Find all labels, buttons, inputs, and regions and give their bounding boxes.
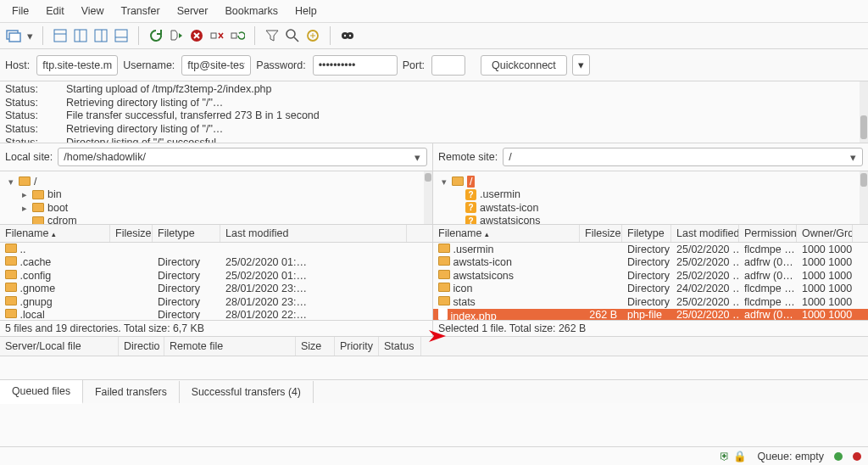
remote-path-combo[interactable]: / xyxy=(503,148,863,166)
table-row[interactable]: awstats-iconDirectory25/02/2020 …adfrw (… xyxy=(433,256,868,270)
local-pane: Local site: /home/shadowlik/ ▾/▸bin▸boot… xyxy=(0,143,433,336)
col-permission[interactable]: Permission xyxy=(739,225,797,242)
table-row[interactable]: .. xyxy=(0,243,432,256)
site-manager-icon[interactable] xyxy=(5,27,22,44)
queue-head: Server/Local fileDirectioRemote fileSize… xyxy=(0,337,868,356)
tree-row[interactable]: ?awstatsicons xyxy=(440,215,863,225)
col-filename[interactable]: Filename xyxy=(0,225,110,242)
menu-edit[interactable]: Edit xyxy=(37,2,73,20)
search-icon[interactable] xyxy=(284,27,301,44)
log-line: Status:Directory listing of "/" successf… xyxy=(5,137,863,144)
quickconnect-dropdown[interactable]: ▾ xyxy=(572,54,590,76)
queue-col[interactable]: Size xyxy=(296,337,335,356)
tree-row[interactable]: ?.usermin xyxy=(440,188,863,202)
col-filename[interactable]: Filename xyxy=(433,225,580,242)
local-tree-scrollbar[interactable] xyxy=(424,171,432,224)
menu-view[interactable]: View xyxy=(73,2,113,20)
queue-tabs: Queued filesFailed transfersSuccessful t… xyxy=(0,379,868,403)
col-last-modified[interactable]: Last modified xyxy=(671,225,739,242)
queue-col[interactable]: Directio xyxy=(119,337,164,356)
table-row[interactable]: .userminDirectory25/02/2020 …flcdmpe …10… xyxy=(433,243,868,256)
refresh-icon[interactable] xyxy=(147,27,164,44)
col-last-modified[interactable]: Last modified xyxy=(220,225,407,242)
svg-line-16 xyxy=(294,37,298,42)
port-label: Port: xyxy=(403,59,426,71)
remote-pane: Remote site: / ▾/?.usermin?awstats-icon?… xyxy=(433,143,868,336)
compare-icon[interactable] xyxy=(304,27,321,44)
toggle-local-tree-icon[interactable] xyxy=(72,27,89,44)
local-path-label: Local site: xyxy=(5,151,53,163)
toggle-queue-icon[interactable] xyxy=(113,27,130,44)
menu-transfer[interactable]: Transfer xyxy=(113,2,169,20)
activity-led-2 xyxy=(853,452,861,461)
table-row[interactable]: iconDirectory24/02/2020 …flcdmpe …1000 1… xyxy=(433,283,868,296)
filter-icon[interactable] xyxy=(264,27,281,44)
host-input[interactable] xyxy=(36,55,118,76)
toggle-remote-tree-icon[interactable] xyxy=(92,27,109,44)
col-filesize[interactable]: Filesize xyxy=(580,225,622,242)
table-row[interactable]: index.php262 Bphp-file25/02/2020 …adfrw … xyxy=(433,309,868,321)
svg-point-15 xyxy=(287,30,295,38)
col-filetype[interactable]: Filetype xyxy=(153,225,220,242)
local-tree[interactable]: ▾/▸bin▸bootcdrom xyxy=(0,171,432,224)
svg-rect-1 xyxy=(9,33,20,42)
user-label: Username: xyxy=(123,59,176,71)
log-line: Status:File transfer successful, transfe… xyxy=(5,109,863,123)
tree-row[interactable]: ▾/ xyxy=(440,175,863,188)
tree-row[interactable]: ▸boot xyxy=(7,201,427,215)
site-manager-dropdown-icon[interactable]: ▾ xyxy=(25,27,34,44)
table-row[interactable]: .localDirectory28/01/2020 22:… xyxy=(0,309,432,321)
tree-row[interactable]: ▾/ xyxy=(7,175,427,188)
svg-rect-4 xyxy=(75,30,86,42)
queue-pane: Server/Local fileDirectioRemote fileSize… xyxy=(0,337,868,403)
menu-bookmarks[interactable]: Bookmarks xyxy=(216,2,287,20)
menu-bar: FileEditViewTransferServerBookmarksHelp xyxy=(0,0,868,23)
cancel-icon[interactable] xyxy=(188,27,205,44)
menu-file[interactable]: File xyxy=(3,2,37,20)
table-row[interactable]: .cacheDirectory25/02/2020 01:… xyxy=(0,256,432,270)
tree-row[interactable]: ▸bin xyxy=(7,188,427,202)
queue-col[interactable]: Server/Local file xyxy=(0,337,119,356)
menu-server[interactable]: Server xyxy=(169,2,217,20)
quickconnect-button[interactable]: Quickconnect xyxy=(481,55,567,76)
tree-row[interactable]: cdrom xyxy=(7,215,427,225)
svg-rect-8 xyxy=(115,30,127,42)
local-file-list[interactable]: FilenameFilesizeFiletypeLast modified ..… xyxy=(0,225,432,320)
table-row[interactable]: awstatsiconsDirectory25/02/2020 …adfrw (… xyxy=(433,269,868,283)
disconnect-icon[interactable] xyxy=(209,27,225,44)
remote-tree[interactable]: ▾/?.usermin?awstats-icon?awstatsicons xyxy=(433,171,868,224)
remote-tree-scrollbar[interactable] xyxy=(860,171,868,224)
tab[interactable]: Queued files xyxy=(0,380,83,404)
log-scrollbar[interactable] xyxy=(860,81,868,143)
menu-help[interactable]: Help xyxy=(287,2,326,20)
queue-col[interactable]: Priority xyxy=(335,337,379,356)
table-row[interactable]: .configDirectory25/02/2020 01:… xyxy=(0,269,432,283)
username-input[interactable] xyxy=(181,55,251,76)
tab[interactable]: Failed transfers xyxy=(83,381,180,403)
table-row[interactable]: .gnupgDirectory28/01/2020 23:… xyxy=(0,295,432,309)
table-row[interactable]: .gnomeDirectory28/01/2020 23:… xyxy=(0,283,432,296)
toolbar: ▾ xyxy=(0,23,868,49)
col-filetype[interactable]: Filetype xyxy=(622,225,671,242)
toggle-log-icon[interactable] xyxy=(52,27,69,44)
queue-col[interactable]: Remote file xyxy=(164,337,296,356)
col-filesize[interactable]: Filesize xyxy=(110,225,153,242)
reconnect-icon[interactable] xyxy=(229,27,246,44)
svg-point-21 xyxy=(349,35,351,36)
process-queue-icon[interactable] xyxy=(168,27,185,44)
svg-rect-13 xyxy=(211,33,216,38)
find-icon[interactable] xyxy=(339,27,356,44)
activity-led-1 xyxy=(834,452,843,461)
table-row[interactable]: statsDirectory25/02/2020 …flcdmpe …1000 … xyxy=(433,295,868,309)
port-input[interactable] xyxy=(431,55,465,76)
tab[interactable]: Successful transfers (4) xyxy=(180,381,314,403)
local-status: 5 files and 19 directories. Total size: … xyxy=(0,320,432,336)
queue-col[interactable]: Status xyxy=(379,337,421,356)
remote-file-list[interactable]: FilenameFilesizeFiletypeLast modifiedPer… xyxy=(433,225,868,320)
password-input[interactable] xyxy=(313,55,398,76)
local-path-combo[interactable]: /home/shadowlik/ xyxy=(58,148,427,166)
tree-row[interactable]: ?awstats-icon xyxy=(440,201,863,215)
col-owner-gro[interactable]: Owner/Gro xyxy=(797,225,853,242)
remote-path-label: Remote site: xyxy=(438,151,498,163)
pass-label: Password: xyxy=(256,59,307,71)
